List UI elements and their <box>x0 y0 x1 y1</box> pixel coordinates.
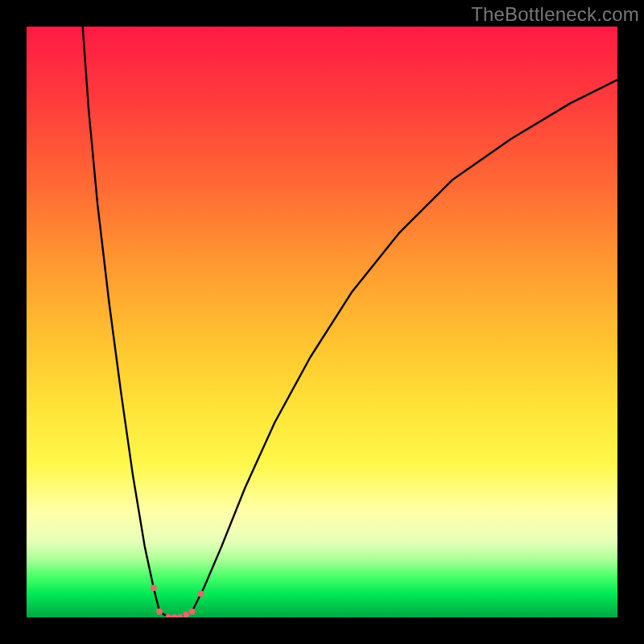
marker-dot <box>177 614 184 617</box>
watermark-text: TheBottleneck.com <box>471 3 639 26</box>
chart-svg <box>27 27 617 617</box>
plot-area <box>27 27 617 617</box>
marker-dot <box>156 609 163 615</box>
marker-dot <box>151 584 157 591</box>
marker-dot <box>183 611 189 617</box>
outer-frame: TheBottleneck.com <box>0 0 644 644</box>
curve-line <box>83 27 617 617</box>
marker-dot <box>198 591 204 597</box>
curve-markers <box>151 584 204 617</box>
marker-dot <box>171 614 178 617</box>
marker-dot <box>189 609 196 615</box>
marker-dot <box>165 614 171 617</box>
